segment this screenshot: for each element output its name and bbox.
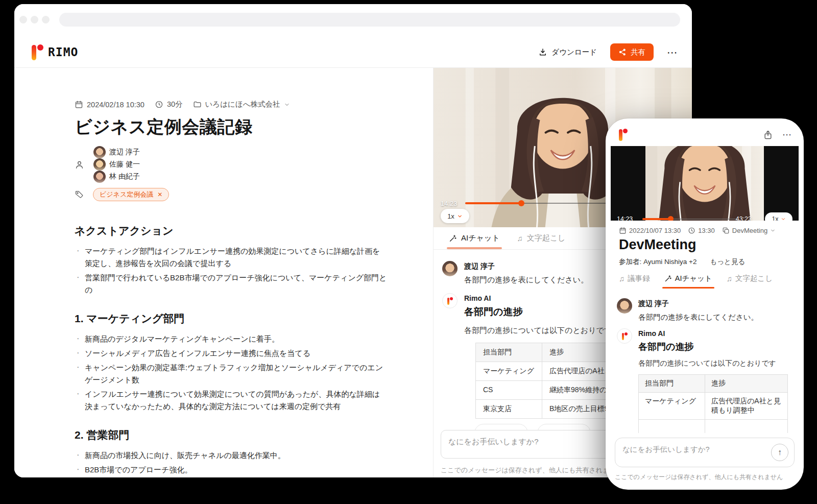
window-control-dot[interactable] — [19, 16, 27, 23]
tab-transcript[interactable]: ♫ 文字起こし — [517, 227, 566, 249]
phone-show-more-link[interactable]: もっと見る — [710, 257, 745, 267]
seek-bar-knob[interactable] — [668, 216, 674, 221]
phone-seek-bar[interactable] — [642, 219, 737, 220]
section-heading: 1. マーケティング部門 — [75, 311, 387, 326]
calendar-icon — [75, 100, 83, 109]
music-note-icon: ♫ — [727, 275, 732, 282]
ios-share-icon[interactable] — [763, 130, 773, 140]
chat-message-ai: Rimo AI 各部門の進捗 各部門の進捗については以下のとおりです — [617, 328, 792, 368]
rimo-logo-icon — [622, 332, 628, 340]
participant-name: 渡辺 淳子 — [109, 148, 140, 157]
phone-workspace-selector[interactable]: DevMeeting — [722, 227, 776, 234]
meeting-date: 2024/02/18 10:30 — [75, 100, 145, 109]
download-label: ダウンロード — [551, 47, 597, 57]
rimo-logo[interactable]: RIMO — [32, 44, 78, 60]
music-note-icon: ♫ — [619, 275, 624, 282]
workspace-selector[interactable]: いろはにほへ株式会社 — [193, 100, 290, 109]
video-frame-portrait — [645, 146, 764, 221]
bullet-item: ソーシャルメディア広告とインフルエンサー連携に焦点を当てる — [75, 347, 387, 359]
ai-answer-text: 各部門の進捗については以下のとおりです — [638, 359, 776, 368]
seek-bar-knob[interactable] — [518, 200, 524, 206]
stage: RIMO ダウンロード 共有 ⋯ 2024/02/18 10:30 — [0, 0, 817, 504]
phone-progress-table: 担当部門進捗マーケティング広告代理店のA社と見積もり調整中 — [638, 374, 788, 433]
download-icon — [538, 47, 547, 57]
phone-meeting-meta: 2022/10/07 13:30 13:30 DevMeeting — [619, 227, 776, 234]
magic-wand-icon — [449, 234, 457, 243]
phone-page-title: DevMeeting — [619, 237, 696, 253]
table-cell: 東京支店 — [476, 400, 542, 419]
page-title: ビジネス定例会議記録 — [75, 115, 387, 139]
more-menu-button[interactable]: ⋯ — [667, 47, 678, 58]
table-cell: マーケティング — [476, 362, 542, 381]
bullet-item: マーケティング部門はインフルエンサー連携の効果測定についてさらに詳細な計画を策定… — [75, 245, 387, 270]
window-control-dot[interactable] — [42, 16, 50, 23]
ai-answer-heading: 各部門の進捗 — [638, 341, 776, 353]
seek-bar-progress — [465, 202, 521, 204]
table-cell: CS — [476, 381, 542, 400]
avatar — [93, 146, 106, 158]
tab-ai-chat[interactable]: AIチャット — [664, 274, 712, 283]
participant[interactable]: 林 由紀子 — [93, 171, 140, 183]
chat-disclaimer: ここでのメッセージは保存されず、他人にも共有されません — [441, 466, 623, 475]
phone-header-actions: ⋯ — [763, 130, 791, 140]
phone-chat-input-wrap: ↑ — [615, 438, 795, 467]
tab-transcript[interactable]: ♫ 文字起こし — [727, 274, 773, 283]
phone-tabbar: ♫ 議事録 AIチャット ♫ 文字起こし — [619, 274, 773, 283]
magic-wand-icon — [664, 275, 672, 282]
bullet-item: インフルエンサー連携について効果測定についての質問があったが、具体的な詳細は決ま… — [75, 388, 387, 413]
clock-icon — [155, 100, 163, 109]
chevron-down-icon — [770, 228, 776, 233]
download-button[interactable]: ダウンロード — [538, 47, 597, 57]
avatar — [93, 158, 106, 171]
message-text: 各部門の進捗を表にしてください。 — [464, 275, 588, 285]
chevron-down-icon — [284, 102, 290, 108]
phone-app-header: ⋯ — [619, 125, 791, 145]
message-author: 渡辺 淳子 — [464, 262, 588, 271]
document-pane: 2024/02/18 10:30 30分 いろはにほへ株式会社 ビジネス定例会議… — [14, 68, 433, 477]
participants-row: 渡辺 淳子佐藤 健一林 由紀子 — [75, 146, 387, 183]
phone-more-menu-button[interactable]: ⋯ — [782, 130, 791, 139]
phone-video-player[interactable]: 14:23 43:23 1x — [611, 146, 799, 221]
table-row: マーケティング広告代理店のA社と見積もり調整中 — [639, 393, 788, 420]
browser-chrome — [14, 4, 692, 37]
tag-label: ビジネス定例会議 — [100, 190, 153, 199]
participant[interactable]: 佐藤 健一 — [93, 158, 140, 171]
chevron-down-icon — [457, 213, 463, 219]
rimo-logo-icon[interactable] — [619, 129, 627, 141]
tag-row: ビジネス定例会議 ✕ — [75, 188, 387, 201]
tag-pill[interactable]: ビジネス定例会議 ✕ — [93, 188, 169, 201]
table-cell — [639, 420, 705, 433]
window-control-dot[interactable] — [31, 16, 38, 23]
arrow-up-icon: ↑ — [778, 448, 782, 457]
phone-chat-disclaimer: ここでのメッセージは保存されず、他人にも共有されません — [615, 473, 783, 482]
rimo-ai-avatar — [617, 328, 632, 344]
phone-playback-speed-button[interactable]: 1x — [765, 212, 792, 221]
music-note-icon: ♫ — [517, 234, 523, 242]
tag-icon — [75, 190, 84, 199]
playback-speed-button[interactable]: 1x — [441, 209, 469, 223]
tag-remove-icon[interactable]: ✕ — [157, 191, 162, 198]
section-bullets: マーケティング部門はインフルエンサー連携の効果測定についてさらに詳細な計画を策定… — [75, 245, 387, 296]
share-button[interactable]: 共有 — [610, 43, 654, 61]
phone-chat-input[interactable] — [615, 438, 794, 467]
phone-participants: 参加者: Ayumi Nishiya +2 — [619, 257, 696, 267]
browser-window: RIMO ダウンロード 共有 ⋯ 2024/02/18 10:30 — [14, 4, 692, 477]
phone-meeting-duration: 13:30 — [688, 227, 715, 234]
chevron-down-icon — [781, 217, 786, 221]
tab-minutes[interactable]: ♫ 議事録 — [619, 274, 650, 283]
participant[interactable]: 渡辺 淳子 — [93, 146, 140, 158]
share-label: 共有 — [631, 47, 645, 57]
phone-participants-row: 参加者: Ayumi Nishiya +2 もっと見る — [619, 257, 745, 267]
bullet-item: 新商品の市場投入に向け、販売チャネルの最適化作業中。 — [75, 449, 387, 462]
avatar — [617, 298, 632, 314]
address-bar[interactable] — [59, 13, 680, 27]
send-button[interactable]: ↑ — [771, 444, 788, 461]
table-cell — [705, 420, 788, 433]
tab-ai-chat[interactable]: AIチャット — [449, 227, 500, 249]
phone-playback-current-time: 14:23 — [617, 215, 633, 221]
playback-current-time: 14:23 — [441, 200, 458, 207]
bullet-item: B2B市場でのアプローチ強化。 — [75, 464, 387, 476]
participant-name: 佐藤 健一 — [109, 160, 140, 169]
section-heading: 2. 営業部門 — [75, 428, 387, 442]
section-bullets: 新商品のデジタルマーケティングキャンペーンに着手。ソーシャルメディア広告とインフ… — [75, 333, 387, 413]
